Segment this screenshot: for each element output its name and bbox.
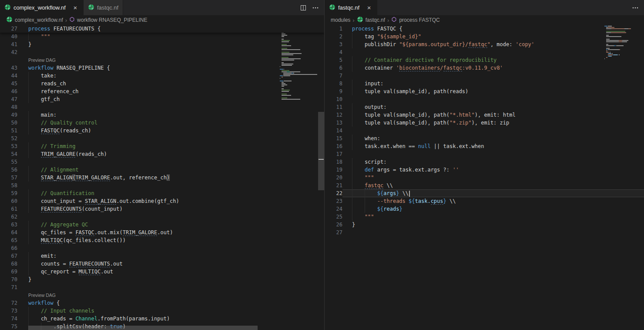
horizontal-scrollbar-thumb[interactable] — [28, 326, 258, 330]
code-line-text[interactable] — [17, 48, 324, 56]
code-line-text[interactable]: """ — [342, 174, 644, 182]
code-line-text[interactable]: // Quantification — [17, 189, 324, 197]
code-line-text[interactable] — [17, 283, 324, 291]
code-line-text[interactable]: process FASTQC { — [342, 25, 644, 33]
code-line-text[interactable]: output: — [342, 103, 644, 111]
code-line: 59 // Quantification — [0, 189, 324, 197]
codelens-preview-dag[interactable]: Preview DAG — [28, 293, 56, 298]
code-line-text[interactable]: emit: — [17, 252, 324, 260]
code-line-text[interactable]: TRIM_GALORE(reads_ch) — [17, 150, 324, 158]
code-line-text[interactable]: task.ext.when == null || task.ext.when — [342, 142, 644, 150]
code-line-text[interactable]: when: — [342, 135, 644, 142]
indent-guide — [28, 174, 29, 182]
minimap[interactable] — [280, 26, 318, 101]
code-line-text[interactable]: } — [17, 40, 324, 48]
code-line-text[interactable]: MULTIQC(qc_files.collect()) — [17, 236, 324, 244]
code-line-text[interactable] — [17, 213, 324, 221]
code-line-text[interactable]: ${reads} — [342, 205, 644, 213]
vertical-scrollbar-thumb[interactable] — [318, 112, 324, 190]
code-line-text[interactable]: reference_ch — [17, 88, 324, 95]
code-line-text[interactable]: ${args} \\ — [342, 189, 644, 197]
code-line-text[interactable]: main: — [17, 111, 324, 119]
tab-fastqc-nf[interactable]: fastqc.nf — [84, 0, 123, 15]
code-line-text[interactable]: container 'biocontainers/fastqc:v0.11.9_… — [342, 64, 644, 72]
code-lines: 1process FASTQC {2 tag "${sample_id}"3 p… — [325, 25, 644, 330]
tab-fastqc-nf[interactable]: fastqc.nf× — [325, 0, 377, 15]
more-actions-button[interactable] — [630, 3, 641, 13]
nextflow-file-icon — [357, 16, 363, 24]
code-line-text[interactable]: count_input = STAR_ALIGN.out.combine(gtf… — [17, 197, 324, 205]
indent-guide — [352, 182, 352, 189]
code-line-text[interactable]: --threads ${task.cpus} \\ — [342, 197, 644, 205]
code-line-text[interactable]: workflow { — [17, 299, 324, 307]
tab-close-icon[interactable]: × — [366, 4, 372, 11]
tab-complex-workflow-nf[interactable]: complex_workflow.nf× — [0, 0, 84, 15]
code-line-text[interactable]: // Input channels — [17, 307, 324, 315]
code-line-text[interactable]: def args = task.ext.args ?: '' — [342, 166, 644, 174]
code-line-text[interactable] — [342, 229, 644, 236]
breadcrumb-right: modules›fastqc.nf›process FASTQC — [325, 15, 644, 25]
code-line-text[interactable]: // Aggregate QC — [17, 221, 324, 229]
code-line-text[interactable]: take: — [17, 72, 324, 80]
code-line-text[interactable]: // Trimming — [17, 142, 324, 150]
line-number: 62 — [0, 213, 17, 221]
minimap[interactable] — [604, 26, 633, 61]
code-line-text[interactable]: input: — [342, 80, 644, 88]
breadcrumb-item-complex-workflow-nf[interactable]: complex_workflow.nf — [6, 16, 63, 24]
tab-close-icon[interactable]: × — [72, 4, 79, 11]
code-line-text[interactable]: script: — [342, 158, 644, 166]
code-line-text[interactable] — [17, 244, 324, 252]
code-line-text[interactable]: reads_ch — [17, 80, 324, 88]
code-line-text[interactable]: tuple val(sample_id), path("*.html"), em… — [342, 111, 644, 119]
code-line-text[interactable] — [342, 127, 644, 135]
code-editor-left[interactable]: 27process FEATURECOUNTS {40 """41}42Prev… — [0, 25, 324, 330]
code-line: 45 reads_ch — [0, 80, 324, 88]
code-line-text[interactable]: } — [342, 221, 644, 229]
code-line-text[interactable]: STAR_ALIGN(TRIM_GALORE.out, reference_ch… — [17, 174, 324, 182]
split-editor-button[interactable] — [298, 3, 309, 13]
code-line-text[interactable] — [342, 95, 644, 103]
code-line-text[interactable] — [17, 182, 324, 189]
code-line-text[interactable] — [17, 103, 324, 111]
line-number: 12 — [325, 111, 342, 119]
code-editor-right[interactable]: 1process FASTQC {2 tag "${sample_id}"3 p… — [325, 25, 644, 330]
code-line-text[interactable] — [342, 48, 644, 56]
code-line-text[interactable]: workflow RNASEQ_PIPELINE { — [17, 64, 324, 72]
code-line-text[interactable]: FASTQC(reads_ch) — [17, 127, 324, 135]
code-line: 10 — [325, 95, 644, 103]
indent-guide — [28, 150, 29, 158]
code-line-text[interactable]: tuple val(sample_id), path(reads) — [342, 88, 644, 95]
code-line-text[interactable]: tuple val(sample_id), path("*.zip"), emi… — [342, 119, 644, 127]
code-line-text[interactable]: counts = FEATURECOUNTS.out — [17, 260, 324, 268]
more-actions-button[interactable] — [310, 3, 321, 13]
text-cursor — [409, 191, 410, 197]
code-line-text[interactable]: tag "${sample_id}" — [342, 33, 644, 40]
code-line-text[interactable]: ch_reads = Channel.fromPath(params.input… — [17, 315, 324, 323]
breadcrumb-item-workflow-rnaseq-pipeline[interactable]: workflow RNASEQ_PIPELINE — [69, 17, 147, 24]
code-line-text[interactable]: """ — [342, 213, 644, 221]
code-line-text[interactable] — [17, 158, 324, 166]
line-number: 73 — [0, 307, 17, 315]
codelens-preview-dag[interactable]: Preview DAG — [28, 57, 56, 63]
code-line-text[interactable]: process FEATURECOUNTS { — [17, 25, 324, 33]
code-line-text[interactable]: // Quality control — [17, 119, 324, 127]
code-line-text[interactable]: publishDir "${params.output_dir}/fastqc"… — [342, 40, 644, 48]
code-line-text[interactable] — [342, 150, 644, 158]
code-line-text[interactable]: qc_files = FASTQC.out.mix(TRIM_GALORE.ou… — [17, 229, 324, 236]
breadcrumb-item-process-fastqc[interactable]: process FASTQC — [391, 17, 439, 24]
code-line-text[interactable]: gtf_ch — [17, 95, 324, 103]
code-line-text[interactable]: } — [17, 276, 324, 283]
code-line-text[interactable] — [342, 72, 644, 80]
codelens-container[interactable]: Preview DAG — [17, 56, 324, 64]
code-line-text[interactable]: """ — [17, 33, 324, 40]
code-line-text[interactable]: // Alignment — [17, 166, 324, 174]
code-line-text[interactable] — [17, 135, 324, 142]
code-line-text[interactable]: // Container directive for reproducibili… — [342, 56, 644, 64]
code-line-text[interactable]: fastqc \\ — [342, 182, 644, 189]
line-number: 47 — [0, 95, 17, 103]
code-line-text[interactable]: FEATURECOUNTS(count_input) — [17, 205, 324, 213]
breadcrumb-item-fastqc-nf[interactable]: fastqc.nf — [357, 16, 385, 24]
code-line-text[interactable]: qc_report = MULTIQC.out — [17, 268, 324, 276]
breadcrumb-item-modules[interactable]: modules — [331, 17, 350, 23]
codelens-container[interactable]: Preview DAG — [17, 291, 324, 299]
